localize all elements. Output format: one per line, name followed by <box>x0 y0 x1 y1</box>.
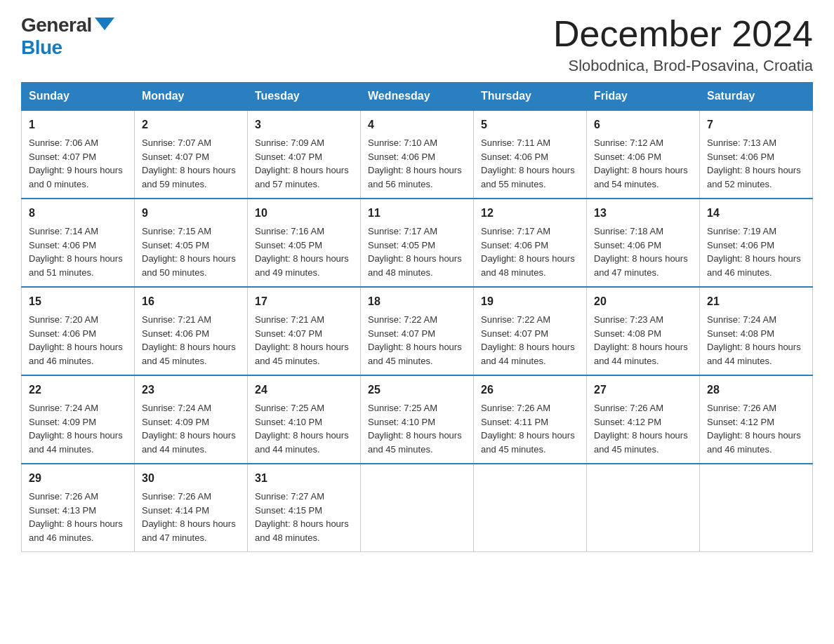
daylight-info-line1: Daylight: 8 hours hours <box>255 429 353 443</box>
daylight-info-line1: Daylight: 8 hours hours <box>481 429 579 443</box>
daylight-info-line1: Daylight: 8 hours hours <box>255 340 353 354</box>
sunset-info: Sunset: 4:08 PM <box>594 327 692 341</box>
calendar-cell: 8Sunrise: 7:14 AMSunset: 4:06 PMDaylight… <box>22 199 135 287</box>
day-number: 6 <box>594 116 692 133</box>
header-friday: Friday <box>587 83 700 111</box>
day-number: 22 <box>29 382 127 398</box>
calendar-cell: 19Sunrise: 7:22 AMSunset: 4:07 PMDayligh… <box>474 287 587 375</box>
sunrise-info: Sunrise: 7:27 AM <box>255 490 353 504</box>
calendar-cell: 15Sunrise: 7:20 AMSunset: 4:06 PMDayligh… <box>22 287 135 375</box>
calendar-cell: 7Sunrise: 7:13 AMSunset: 4:06 PMDaylight… <box>700 110 813 199</box>
sunrise-info: Sunrise: 7:21 AM <box>255 313 353 327</box>
daylight-info-line1: Daylight: 8 hours hours <box>594 429 692 443</box>
sunset-info: Sunset: 4:15 PM <box>255 504 353 518</box>
sunrise-info: Sunrise: 7:20 AM <box>29 313 127 327</box>
logo-general: General <box>21 14 92 36</box>
sunrise-info: Sunrise: 7:17 AM <box>481 224 579 239</box>
calendar-week-row: 29Sunrise: 7:26 AMSunset: 4:13 PMDayligh… <box>22 464 813 552</box>
sunrise-info: Sunrise: 7:26 AM <box>594 401 692 415</box>
month-title: December 2024 <box>553 14 813 54</box>
calendar-cell: 20Sunrise: 7:23 AMSunset: 4:08 PMDayligh… <box>587 287 700 375</box>
calendar-cell: 12Sunrise: 7:17 AMSunset: 4:06 PMDayligh… <box>474 199 587 287</box>
calendar-cell: 9Sunrise: 7:15 AMSunset: 4:05 PMDaylight… <box>135 199 248 287</box>
daylight-info-line2: and 59 minutes. <box>142 177 240 192</box>
calendar-cell: 30Sunrise: 7:26 AMSunset: 4:14 PMDayligh… <box>135 464 248 552</box>
header-monday: Monday <box>135 83 248 111</box>
daylight-info-line1: Daylight: 8 hours hours <box>707 163 805 177</box>
calendar-cell: 17Sunrise: 7:21 AMSunset: 4:07 PMDayligh… <box>248 287 361 375</box>
day-number: 14 <box>707 205 805 222</box>
location-title: Slobodnica, Brod-Posavina, Croatia <box>553 57 813 75</box>
day-number: 20 <box>594 293 692 310</box>
sunset-info: Sunset: 4:07 PM <box>255 327 353 341</box>
calendar-cell <box>700 464 813 552</box>
header-sunday: Sunday <box>22 83 135 111</box>
calendar-week-row: 22Sunrise: 7:24 AMSunset: 4:09 PMDayligh… <box>22 375 813 464</box>
daylight-info-line2: and 45 minutes. <box>481 443 579 457</box>
sunset-info: Sunset: 4:11 PM <box>481 415 579 429</box>
sunrise-info: Sunrise: 7:26 AM <box>481 401 579 415</box>
daylight-info-line1: Daylight: 8 hours hours <box>481 163 579 177</box>
daylight-info-line2: and 48 minutes. <box>481 266 579 280</box>
daylight-info-line2: and 56 minutes. <box>368 177 466 192</box>
day-number: 3 <box>255 116 353 133</box>
calendar-cell: 18Sunrise: 7:22 AMSunset: 4:07 PMDayligh… <box>361 287 474 375</box>
header-thursday: Thursday <box>474 83 587 111</box>
sunrise-info: Sunrise: 7:17 AM <box>368 224 466 239</box>
sunset-info: Sunset: 4:06 PM <box>481 150 579 164</box>
sunset-info: Sunset: 4:07 PM <box>142 150 240 164</box>
sunrise-info: Sunrise: 7:14 AM <box>29 224 127 239</box>
sunrise-info: Sunrise: 7:26 AM <box>29 490 127 504</box>
day-number: 19 <box>481 293 579 310</box>
day-number: 4 <box>368 116 466 133</box>
day-number: 25 <box>368 382 466 398</box>
day-number: 23 <box>142 382 240 398</box>
calendar-cell: 2Sunrise: 7:07 AMSunset: 4:07 PMDaylight… <box>135 110 248 199</box>
sunset-info: Sunset: 4:06 PM <box>368 150 466 164</box>
sunset-info: Sunset: 4:13 PM <box>29 504 127 518</box>
day-number: 17 <box>255 293 353 310</box>
daylight-info-line2: and 45 minutes. <box>594 443 692 457</box>
daylight-info-line2: and 44 minutes. <box>255 443 353 457</box>
sunrise-info: Sunrise: 7:25 AM <box>255 401 353 415</box>
daylight-info-line2: and 48 minutes. <box>255 531 353 545</box>
calendar-cell: 16Sunrise: 7:21 AMSunset: 4:06 PMDayligh… <box>135 287 248 375</box>
day-number: 21 <box>707 293 805 310</box>
calendar-cell: 4Sunrise: 7:10 AMSunset: 4:06 PMDaylight… <box>361 110 474 199</box>
daylight-info-line1: Daylight: 8 hours hours <box>707 252 805 266</box>
daylight-info-line2: and 52 minutes. <box>707 177 805 192</box>
calendar-cell: 5Sunrise: 7:11 AMSunset: 4:06 PMDaylight… <box>474 110 587 199</box>
daylight-info-line2: and 49 minutes. <box>255 266 353 280</box>
sunset-info: Sunset: 4:07 PM <box>368 327 466 341</box>
daylight-info-line1: Daylight: 8 hours hours <box>368 429 466 443</box>
sunrise-info: Sunrise: 7:09 AM <box>255 136 353 150</box>
day-number: 29 <box>29 470 127 487</box>
sunrise-info: Sunrise: 7:13 AM <box>707 136 805 150</box>
day-number: 2 <box>142 116 240 133</box>
daylight-info-line1: Daylight: 8 hours hours <box>594 340 692 354</box>
sunrise-info: Sunrise: 7:12 AM <box>594 136 692 150</box>
sunset-info: Sunset: 4:06 PM <box>707 239 805 253</box>
calendar-cell: 14Sunrise: 7:19 AMSunset: 4:06 PMDayligh… <box>700 199 813 287</box>
calendar-cell: 6Sunrise: 7:12 AMSunset: 4:06 PMDaylight… <box>587 110 700 199</box>
sunrise-info: Sunrise: 7:22 AM <box>481 313 579 327</box>
sunrise-info: Sunrise: 7:26 AM <box>142 490 240 504</box>
day-number: 28 <box>707 382 805 398</box>
sunset-info: Sunset: 4:12 PM <box>707 415 805 429</box>
calendar-week-row: 1Sunrise: 7:06 AMSunset: 4:07 PMDaylight… <box>22 110 813 199</box>
sunset-info: Sunset: 4:09 PM <box>142 415 240 429</box>
day-number: 27 <box>594 382 692 398</box>
logo-blue: Blue <box>21 36 62 59</box>
calendar-cell <box>587 464 700 552</box>
daylight-info-line1: Daylight: 8 hours hours <box>255 517 353 531</box>
daylight-info-line2: and 51 minutes. <box>29 266 127 280</box>
daylight-info-line1: Daylight: 8 hours hours <box>368 252 466 266</box>
sunrise-info: Sunrise: 7:11 AM <box>481 136 579 150</box>
calendar-week-row: 15Sunrise: 7:20 AMSunset: 4:06 PMDayligh… <box>22 287 813 375</box>
daylight-info-line1: Daylight: 8 hours hours <box>29 429 127 443</box>
calendar-cell: 21Sunrise: 7:24 AMSunset: 4:08 PMDayligh… <box>700 287 813 375</box>
sunset-info: Sunset: 4:12 PM <box>594 415 692 429</box>
daylight-info-line1: Daylight: 8 hours hours <box>481 252 579 266</box>
calendar-cell: 28Sunrise: 7:26 AMSunset: 4:12 PMDayligh… <box>700 375 813 464</box>
day-number: 1 <box>29 116 127 133</box>
